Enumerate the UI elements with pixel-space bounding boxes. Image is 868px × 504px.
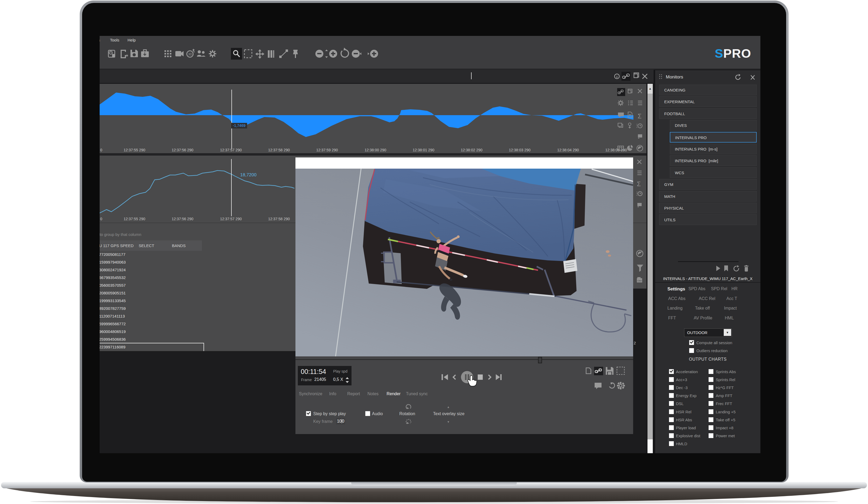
svg-text:3D: 3D [188,52,192,56]
svg-text:Σ: Σ [638,112,642,120]
svg-text:CMJ: CMJ [637,280,642,282]
svg-text:Σ: Σ [637,180,641,188]
